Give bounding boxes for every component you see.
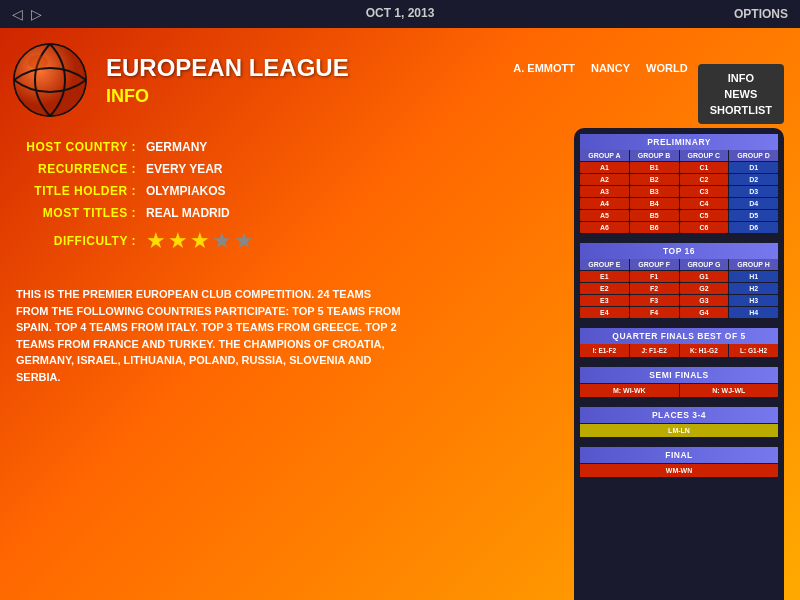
cell-c4: C4 [680,198,729,209]
top-nav: A. EMMOTT NANCY WORLD INFO NEWS SHORTLIS… [507,60,784,124]
league-title: EUROPEAN LEAGUE [106,54,349,82]
cell-e4: E4 [580,307,629,318]
main-content: HOST COUNTRY : GERMANY RECURRENCE : EVER… [0,120,800,600]
left-arrow[interactable]: ◁ [12,6,23,22]
options-button[interactable]: OPTIONS [734,7,788,21]
sf-section: SEMI FINALS M: WI-WK N: WJ-WL [580,367,778,397]
cell-a6: A6 [580,222,629,233]
top16-section: TOP 16 GROUP E GROUP F GROUP G GROUP H E… [580,243,778,318]
cell-a2: A2 [580,174,629,185]
preliminary-subheader: GROUP A GROUP B GROUP C GROUP D [580,150,778,161]
cell-a3: A3 [580,186,629,197]
final-title: FINAL [580,447,778,463]
title-holder-value: OLYMPIAKOS [146,184,226,198]
qf-cell-i: I: E1-F2 [580,344,629,357]
cell-c1: C1 [680,162,729,173]
cell-e2: E2 [580,283,629,294]
top-date: OCT 1, 2013 [366,6,435,20]
difficulty-label: DIFFICULTY : [16,234,136,248]
cell-h3: H3 [729,295,778,306]
nav-nancy[interactable]: NANCY [585,60,636,76]
preliminary-title: PRELIMINARY [580,134,778,150]
sf-cell-m: M: WI-WK [580,384,679,397]
qf-cell-k: K: H1-G2 [680,344,729,357]
nav-world[interactable]: WORLD [640,60,694,76]
col-b: B1 B2 B3 B4 B5 B6 [630,162,679,233]
qf-cell-j: J: F1-E2 [630,344,679,357]
star-5: ★ [234,228,254,254]
cell-c6: C6 [680,222,729,233]
most-titles-row: MOST TITLES : REAL MADRID [16,206,574,220]
cell-d5: D5 [729,210,778,221]
host-country-value: GERMANY [146,140,207,154]
cell-b1: B1 [630,162,679,173]
difficulty-stars: ★ ★ ★ ★ ★ [146,228,254,254]
league-title-block: EUROPEAN LEAGUE INFO [106,36,349,107]
menu-shortlist[interactable]: SHORTLIST [710,102,772,118]
qf-title: QUARTER FINALS BEST OF 5 [580,328,778,344]
recurrence-row: RECURRENCE : EVERY YEAR [16,162,574,176]
final-section: FINAL WM-WN [580,447,778,477]
col-f: F1 F2 F3 F4 [630,271,679,318]
places-section: PLACES 3-4 LM-LN [580,407,778,437]
cell-c2: C2 [680,174,729,185]
most-titles-value: REAL MADRID [146,206,230,220]
sf-row: M: WI-WK N: WJ-WL [580,384,778,397]
top-bar: ◁ ▷ OCT 1, 2013 OPTIONS [0,0,800,28]
cell-b6: B6 [630,222,679,233]
most-titles-label: MOST TITLES : [16,206,136,220]
cell-b2: B2 [630,174,679,185]
cell-d4: D4 [729,198,778,209]
cell-a1: A1 [580,162,629,173]
cell-c5: C5 [680,210,729,221]
star-1: ★ [146,228,166,254]
cell-d2: D2 [729,174,778,185]
col-g: G1 G2 G3 G4 [680,271,729,318]
places-cell: LM-LN [580,424,778,437]
cell-b4: B4 [630,198,679,209]
title-holder-row: TITLE HOLDER : OLYMPIAKOS [16,184,574,198]
group-h-header: GROUP H [729,259,778,270]
svg-point-1 [14,44,86,116]
cell-b5: B5 [630,210,679,221]
cell-f1: F1 [630,271,679,282]
group-f-header: GROUP F [630,259,679,270]
places-title: PLACES 3-4 [580,407,778,423]
cell-d1: D1 [729,162,778,173]
group-g-header: GROUP G [680,259,729,270]
cell-g1: G1 [680,271,729,282]
sf-title: SEMI FINALS [580,367,778,383]
col-d: D1 D2 D3 D4 D5 D6 [729,162,778,233]
cell-d6: D6 [729,222,778,233]
cell-b3: B3 [630,186,679,197]
cell-h2: H2 [729,283,778,294]
group-d-header: GROUP D [729,150,778,161]
col-c: C1 C2 C3 C4 C5 C6 [680,162,729,233]
left-panel: HOST COUNTRY : GERMANY RECURRENCE : EVER… [16,120,574,600]
cell-a5: A5 [580,210,629,221]
svg-point-2 [28,55,48,69]
cell-d3: D3 [729,186,778,197]
qf-row: I: E1-F2 J: F1-E2 K: H1-G2 L: G1-H2 [580,344,778,357]
right-arrow[interactable]: ▷ [31,6,42,22]
top16-subheader: GROUP E GROUP F GROUP G GROUP H [580,259,778,270]
cell-c3: C3 [680,186,729,197]
cell-e1: E1 [580,271,629,282]
description-text: THIS IS THE PREMIER EUROPEAN CLUB COMPET… [16,286,406,385]
top16-grid: E1 E2 E3 E4 F1 F2 F3 F4 G1 G2 G3 G4 [580,271,778,318]
col-h: H1 H2 H3 H4 [729,271,778,318]
menu-info[interactable]: INFO [710,70,772,86]
host-country-row: HOST COUNTRY : GERMANY [16,140,574,154]
cell-g3: G3 [680,295,729,306]
bracket-panel: PRELIMINARY GROUP A GROUP B GROUP C GROU… [574,128,784,600]
preliminary-grid: A1 A2 A3 A4 A5 A6 B1 B2 B3 B4 B5 B6 C1 [580,162,778,233]
cell-h1: H1 [729,271,778,282]
top16-title: TOP 16 [580,243,778,259]
nav-a-emmott[interactable]: A. EMMOTT [507,60,581,76]
header-area: EUROPEAN LEAGUE INFO A. EMMOTT NANCY WOR… [0,28,800,120]
cell-e3: E3 [580,295,629,306]
menu-dropdown: INFO NEWS SHORTLIST [698,64,784,124]
menu-news[interactable]: NEWS [710,86,772,102]
qf-cell-l: L: G1-H2 [729,344,778,357]
cell-g4: G4 [680,307,729,318]
